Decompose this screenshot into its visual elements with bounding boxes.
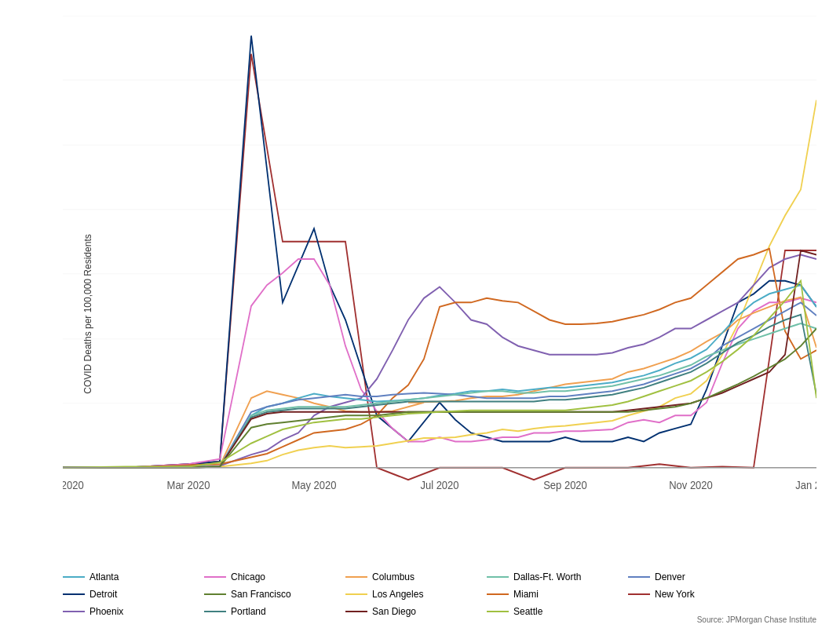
legend-label-columbus: Columbus — [372, 571, 415, 582]
legend-label-seattle: Seattle — [513, 606, 542, 617]
legend-line-denver — [628, 576, 650, 578]
chart-container: COVID Deaths per 100,000 Residents 0 10 … — [0, 0, 840, 628]
legend-line-atlanta — [63, 576, 85, 578]
legend-line-miami — [487, 593, 509, 595]
legend-label-denver: Denver — [655, 571, 685, 582]
svg-text:May 2020: May 2020 — [291, 480, 336, 492]
chart-legend: Atlanta Chicago Columbus Dallas-Ft. Wort… — [63, 571, 816, 620]
svg-text:Sep 2020: Sep 2020 — [543, 480, 587, 492]
legend-label-miami: Miami — [513, 589, 539, 600]
legend-item-atlanta: Atlanta — [63, 571, 204, 582]
legend-label-san-francisco: San Francisco — [231, 589, 291, 600]
legend-line-phoenix — [63, 611, 85, 612]
legend-line-san-diego — [345, 611, 367, 612]
legend-line-dallas — [487, 576, 509, 578]
legend-item-los-angeles: Los Angeles — [345, 589, 487, 600]
svg-text:Mar 2020: Mar 2020 — [167, 480, 210, 492]
legend-item-chicago: Chicago — [204, 571, 345, 582]
legend-item-san-diego: San Diego — [345, 606, 487, 617]
legend-label-dallas: Dallas-Ft. Worth — [513, 571, 581, 582]
legend-label-new-york: New York — [655, 589, 695, 600]
svg-text:Jan 2021: Jan 2021 — [795, 480, 816, 492]
source-citation: Source: JPMorgan Chase Institute — [697, 615, 816, 624]
legend-line-san-francisco — [204, 593, 226, 595]
legend-line-new-york — [628, 593, 650, 595]
line-atlanta — [63, 285, 816, 468]
legend-label-los-angeles: Los Angeles — [372, 589, 423, 600]
legend-label-san-diego: San Diego — [372, 606, 416, 617]
legend-item-san-francisco: San Francisco — [204, 589, 345, 600]
line-detroit — [63, 35, 816, 467]
line-chicago — [63, 259, 816, 468]
legend-line-detroit — [63, 593, 85, 595]
line-new-york — [63, 54, 816, 480]
legend-item-columbus: Columbus — [345, 571, 487, 582]
svg-text:Nov 2020: Nov 2020 — [669, 480, 713, 492]
legend-item-phoenix: Phoenix — [63, 606, 204, 617]
legend-item-denver: Denver — [628, 571, 769, 582]
legend-label-portland: Portland — [231, 606, 266, 617]
chart-svg: 0 10 20 30 40 50 60 70 Jan 2020 Mar 2020… — [63, 16, 816, 502]
svg-text:Jan 2020: Jan 2020 — [63, 480, 84, 492]
legend-line-columbus — [345, 576, 367, 578]
legend-label-phoenix: Phoenix — [89, 606, 123, 617]
legend-item-portland: Portland — [204, 606, 345, 617]
legend-item-miami: Miami — [487, 589, 628, 600]
legend-item-seattle: Seattle — [487, 606, 628, 617]
line-portland — [63, 315, 816, 468]
legend-line-seattle — [487, 611, 509, 612]
legend-label-atlanta: Atlanta — [89, 571, 119, 582]
legend-item-new-york: New York — [628, 589, 769, 600]
legend-line-portland — [204, 611, 226, 612]
legend-label-chicago: Chicago — [231, 571, 265, 582]
svg-text:Jul 2020: Jul 2020 — [420, 480, 458, 492]
legend-line-los-angeles — [345, 593, 367, 595]
legend-label-detroit: Detroit — [89, 589, 117, 600]
legend-item-dallas: Dallas-Ft. Worth — [487, 571, 628, 582]
legend-line-chicago — [204, 576, 226, 578]
line-denver — [63, 302, 816, 467]
legend-item-detroit: Detroit — [63, 589, 204, 600]
